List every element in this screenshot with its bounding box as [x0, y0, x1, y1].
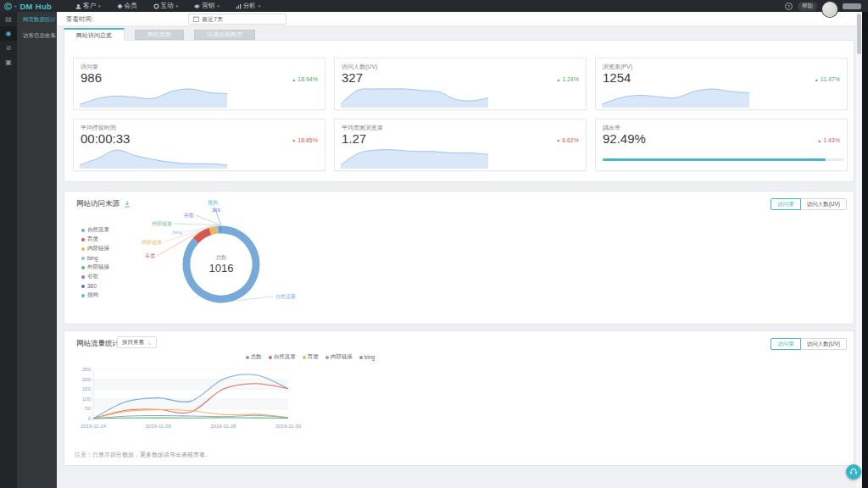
trend-arrow-icon: ▼	[556, 138, 560, 143]
stats-panel: 访问量 986 ▲18.94% 访问人数(UV) 327 ▲1.24% 浏览量(…	[64, 40, 854, 182]
tab-site-pages[interactable]: 网站页面	[135, 30, 184, 40]
pie-slice-label: bing	[173, 230, 182, 235]
nav-list-icon[interactable]: ▤	[0, 12, 17, 26]
legend-label: 百度	[308, 353, 319, 361]
y-tick-label: 150	[82, 386, 92, 391]
pie-slice-label: 搜狗	[208, 199, 218, 206]
y-tick-label: 100	[82, 396, 92, 402]
date-range-button[interactable]: 最近7天	[188, 14, 287, 25]
legend-item[interactable]: 谷歌	[81, 272, 109, 281]
legend-label: bing	[87, 255, 97, 261]
toggle-visits[interactable]: 访问量	[771, 338, 801, 350]
legend-item[interactable]: 自然流量	[269, 353, 296, 361]
legend-label: 内部链接	[331, 353, 353, 361]
sidebar-item-visitor-info[interactable]: 访客信息收集	[17, 28, 57, 44]
stat-delta-value: 6.62%	[562, 137, 579, 143]
toggle-uv[interactable]: 访问人数(UV)	[800, 338, 847, 350]
legend-item[interactable]: bing	[359, 353, 375, 361]
stat-value: 986	[81, 70, 102, 85]
legend-item[interactable]: 百度	[81, 235, 109, 244]
stat-delta-value: 11.47%	[821, 76, 840, 82]
help-circle-icon[interactable]: ?	[785, 3, 793, 10]
legend-item[interactable]: 360	[81, 281, 109, 291]
menu-label: 会员	[125, 2, 137, 10]
legend-dot	[81, 275, 85, 279]
legend-label: 360	[87, 283, 97, 289]
app-logo[interactable]: C · DM Hub	[4, 2, 52, 11]
legend-label: 自然流量	[87, 226, 109, 234]
legend-dot	[81, 238, 85, 241]
toggle-visits[interactable]: 访问量	[771, 198, 801, 210]
logo-icon: C	[4, 3, 12, 10]
menu-marketing-icon	[194, 3, 200, 9]
legend-dot	[303, 356, 306, 359]
stat-card-duration: 平均停留时间 00:00:33 ▼18.85%	[73, 119, 326, 171]
y-tick-label: 0	[88, 416, 92, 421]
legend-item[interactable]: 内部链接	[326, 353, 353, 361]
stat-delta: ▲11.47%	[815, 76, 840, 82]
sidebar-item-web-stats[interactable]: 网页数据统计	[17, 12, 57, 28]
scrollbar-thumb[interactable]	[857, 14, 861, 54]
tab-site-overview[interactable]: 网站访问总览	[64, 28, 125, 41]
user-menu[interactable]	[843, 3, 861, 9]
legend-label: 谷歌	[87, 273, 98, 280]
traffic-line-chart: 0501001502002502019-11-242019-11-262019-…	[73, 365, 307, 433]
main-content: 查看时间: 最近7天 网站访问总览网站页面传播份额网页 访问量 986 ▲18.…	[57, 12, 862, 488]
help-button[interactable]: 帮助	[798, 2, 817, 11]
trend-arrow-icon: ▲	[815, 77, 819, 82]
trend-arrow-icon: ▲	[817, 138, 821, 143]
legend-item[interactable]: 百度	[303, 353, 319, 361]
donut-center-value: 1016	[209, 262, 234, 274]
stat-delta-value: 1.24%	[562, 76, 579, 82]
stat-delta: ▼18.85%	[292, 137, 318, 143]
legend-label: 搜狗	[87, 291, 98, 299]
chevron-down-icon: ▾	[259, 3, 261, 8]
x-tick-label: 2019-11-26	[146, 424, 172, 429]
icon-rail: ▤◉⊘▣	[0, 12, 17, 488]
stat-value: 1254	[603, 70, 631, 85]
calendar-icon	[193, 16, 199, 22]
traffic-metric-toggle: 访问量访问人数(UV)	[771, 338, 847, 350]
sparkline-chart	[339, 86, 492, 108]
blocked-icon[interactable]: ⊘	[0, 41, 17, 55]
footnote: 注意：只显示部分数据，更多数据请导出表格查看。	[75, 451, 211, 459]
x-tick-label: 2019-11-28	[210, 424, 236, 429]
granularity-dropdown[interactable]: 按日查看 ⌄	[117, 336, 157, 348]
headset-icon	[849, 468, 858, 476]
menu-customers[interactable]: 客户▾	[75, 2, 101, 10]
stat-delta-value: 18.94%	[298, 76, 318, 82]
pie-slice-label: 谷歌	[184, 212, 194, 219]
menu-members[interactable]: 会员	[117, 2, 137, 10]
legend-item[interactable]: 搜狗	[81, 291, 109, 300]
legend-item[interactable]: bing	[81, 253, 109, 263]
topbar-right: ? 帮助	[785, 0, 861, 17]
legend-item[interactable]: 自然流量	[81, 225, 109, 235]
legend-item[interactable]: 外部链接	[81, 263, 109, 272]
legend-dot	[326, 356, 329, 359]
sources-panel: 网站访问来源 访问量访问人数(UV) 自然流量百度内部链接bing外部链接谷歌3…	[64, 191, 854, 324]
menu-analytics[interactable]: 分析▾	[236, 2, 261, 10]
trend-arrow-icon: ▲	[292, 77, 296, 82]
toggle-uv[interactable]: 访问人数(UV)	[800, 198, 847, 210]
pie-slice-label: 内部链接	[142, 239, 162, 246]
menu-analytics-icon	[236, 3, 242, 9]
menu-engage[interactable]: 互动▾	[153, 2, 179, 10]
legend-dot	[81, 294, 85, 297]
web-stats-icon[interactable]: ◉	[0, 26, 17, 41]
chat-support-button[interactable]	[846, 464, 861, 480]
stat-card-uv: 访问人数(UV) 327 ▲1.24%	[334, 58, 587, 110]
modules-icon[interactable]: ▣	[0, 55, 17, 69]
donut-center-label: 总数	[215, 254, 228, 260]
legend-dot	[359, 356, 363, 359]
legend-label: 总数	[251, 353, 262, 361]
menu-members-icon	[117, 3, 123, 9]
legend-item[interactable]: 内部链接	[81, 244, 109, 253]
traffic-title: 网站流量统计	[76, 339, 120, 349]
legend-item[interactable]: 总数	[246, 353, 262, 361]
date-range-value: 最近7天	[202, 15, 223, 24]
tab-share-pages[interactable]: 传播份额网页	[194, 30, 255, 40]
stat-value: 327	[342, 70, 363, 85]
avatar[interactable]	[822, 2, 837, 17]
menu-marketing[interactable]: 营销▾	[194, 2, 220, 10]
legend-dot	[269, 356, 272, 359]
